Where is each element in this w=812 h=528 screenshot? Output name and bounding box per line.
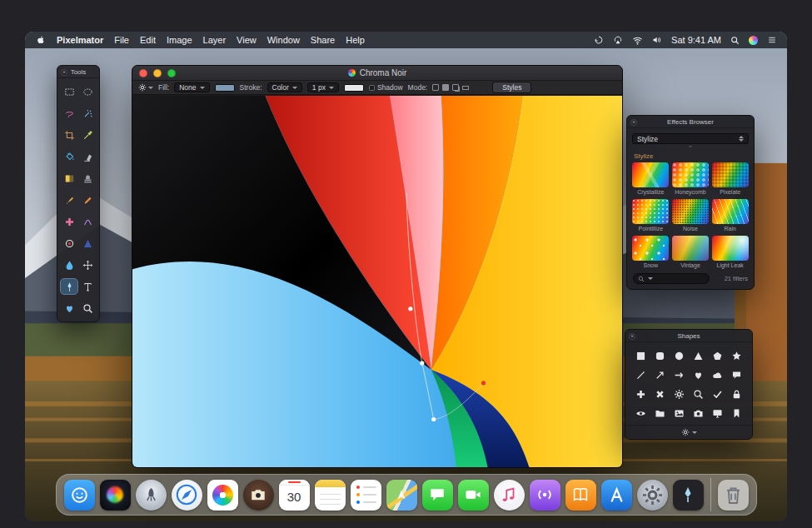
shapes-settings-dropdown[interactable] <box>681 428 697 436</box>
shape-cloud[interactable] <box>711 368 725 381</box>
clone-stamp-tool[interactable] <box>79 171 96 186</box>
dock-photo-booth[interactable] <box>243 480 274 511</box>
dock-photos[interactable] <box>207 480 238 511</box>
shape-eye[interactable] <box>635 406 648 420</box>
minimize-window-button[interactable] <box>153 69 162 77</box>
mode-normal-icon[interactable] <box>432 84 439 91</box>
shape-rounded-square[interactable] <box>654 349 667 362</box>
red-eye-tool[interactable] <box>61 236 77 251</box>
anchor-point[interactable] <box>420 361 424 366</box>
fill-color-swatch[interactable] <box>215 84 235 92</box>
time-machine-icon[interactable] <box>594 35 604 46</box>
shape-magnifier[interactable] <box>692 387 705 401</box>
zoom-tool[interactable] <box>79 301 96 316</box>
shape-heart[interactable] <box>692 368 705 381</box>
apple-menu-icon[interactable] <box>35 35 46 46</box>
shape-checkmark[interactable] <box>711 387 725 401</box>
shape-tool[interactable] <box>61 301 77 316</box>
dock-maps[interactable] <box>386 480 417 511</box>
shape-triangle[interactable] <box>692 349 705 362</box>
app-menu[interactable]: Pixelmator <box>57 35 103 45</box>
gradient-tool[interactable] <box>61 171 77 186</box>
dock-finder[interactable] <box>64 480 95 511</box>
eyedropper-tool[interactable] <box>79 127 96 142</box>
shape-star[interactable] <box>730 349 744 362</box>
dock-podcasts[interactable] <box>530 480 560 511</box>
dock-trash[interactable] <box>718 480 749 511</box>
dock-notes[interactable] <box>315 480 346 511</box>
close-window-button[interactable] <box>139 69 147 77</box>
window-titlebar[interactable]: Chroma Noir <box>132 66 622 81</box>
shape-arrow-right[interactable] <box>673 368 686 381</box>
paint-bucket-tool[interactable] <box>61 149 77 164</box>
dock-facetime[interactable] <box>458 480 489 511</box>
lasso-tool[interactable] <box>61 106 77 121</box>
dock-books[interactable] <box>565 480 596 511</box>
menu-edit[interactable]: Edit <box>140 35 156 45</box>
airplay-icon[interactable] <box>613 35 623 46</box>
effect-pointillize[interactable]: Pointillize <box>632 199 670 232</box>
dock-calendar[interactable]: 30 <box>279 480 310 511</box>
siri-icon[interactable] <box>749 35 758 45</box>
spotlight-icon[interactable] <box>730 35 740 45</box>
pen-tool[interactable] <box>61 279 77 294</box>
effects-search-field[interactable] <box>633 273 710 284</box>
dock-app-store[interactable] <box>601 480 632 511</box>
menu-view[interactable]: View <box>237 35 257 45</box>
heal-tool[interactable] <box>61 214 77 229</box>
sharpen-tool[interactable] <box>79 236 96 251</box>
shape-bookmark[interactable] <box>730 406 744 420</box>
effect-noise[interactable]: Noise <box>672 199 710 232</box>
stroke-width-select[interactable]: 1 px <box>307 82 339 92</box>
effect-honeycomb[interactable]: Honeycomb <box>672 162 710 195</box>
magic-wand-tool[interactable] <box>79 106 96 121</box>
shape-folder[interactable] <box>654 406 667 420</box>
dock-reminders[interactable] <box>351 480 381 511</box>
dock-messages[interactable] <box>422 480 453 511</box>
shape-picture[interactable] <box>673 406 686 420</box>
ellipse-select-tool[interactable] <box>79 84 96 99</box>
blur-tool[interactable] <box>61 257 77 272</box>
close-icon[interactable] <box>630 119 637 126</box>
eraser-tool[interactable] <box>79 149 96 164</box>
menu-clock[interactable]: Sat 9:41 AM <box>671 35 721 45</box>
effect-snow[interactable]: Snow <box>632 236 670 268</box>
mode-overlap-icon[interactable] <box>452 84 459 91</box>
shape-speech-bubble[interactable] <box>730 368 744 381</box>
menu-image[interactable]: Image <box>167 35 192 45</box>
shape-display[interactable] <box>711 406 725 420</box>
type-tool[interactable] <box>79 279 96 294</box>
wifi-icon[interactable] <box>632 35 643 46</box>
control-point[interactable] <box>481 381 486 385</box>
stroke-select[interactable]: Color <box>267 82 302 92</box>
fill-select[interactable]: None <box>174 82 209 92</box>
menu-help[interactable]: Help <box>346 35 365 45</box>
effect-category-select[interactable]: Stylize <box>632 133 749 144</box>
canvas-artwork[interactable] <box>132 96 622 467</box>
shape-cross[interactable] <box>654 387 667 401</box>
styles-button[interactable]: Styles <box>492 82 531 93</box>
shape-gear[interactable] <box>673 387 686 401</box>
dock-itunes[interactable] <box>494 480 525 511</box>
dock-siri[interactable] <box>100 480 131 511</box>
tool-options-dropdown[interactable] <box>138 83 153 92</box>
notification-center-icon[interactable] <box>767 35 777 45</box>
effect-vintage[interactable]: Vintage <box>672 236 710 268</box>
close-icon[interactable] <box>629 333 635 340</box>
effect-crystallize[interactable]: Crystallize <box>632 162 670 195</box>
close-icon[interactable] <box>61 69 67 76</box>
stroke-color-swatch[interactable] <box>344 84 364 92</box>
shape-camera[interactable] <box>692 406 705 420</box>
menu-window[interactable]: Window <box>267 35 300 45</box>
shape-plus[interactable] <box>635 387 648 401</box>
menu-share[interactable]: Share <box>311 35 335 45</box>
effect-lightleak[interactable]: Light Leak <box>711 236 749 268</box>
mode-lines-icon[interactable] <box>462 86 469 90</box>
shadow-checkbox[interactable]: Shadow <box>369 83 403 92</box>
menu-file[interactable]: File <box>114 35 129 45</box>
crop-tool[interactable] <box>61 127 77 142</box>
shape-lock[interactable] <box>730 387 744 401</box>
brush-tool[interactable] <box>61 192 77 207</box>
dock-pixelmator[interactable] <box>673 480 704 511</box>
menu-layer[interactable]: Layer <box>203 35 227 45</box>
